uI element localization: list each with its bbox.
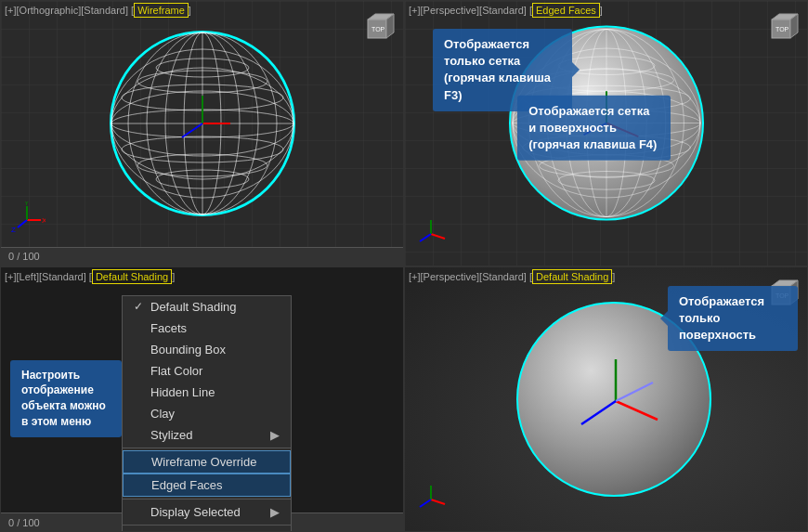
svg-line-56	[616, 401, 658, 420]
menu-item-display-selected[interactable]: Display Selected▶	[123, 501, 291, 523]
svg-line-64	[431, 500, 445, 504]
viewport-header-tl[interactable]: [+][Orthographic][Standard] [Wireframe]	[5, 5, 191, 16]
menu-item-edged-faces[interactable]: Edged Faces	[123, 474, 291, 497]
callout-top-text: Отображается только сетка (горячая клави…	[444, 37, 551, 102]
viewport-info-bl: [+][Left][Standard]	[5, 271, 86, 282]
menu-item-facets[interactable]: Facets	[123, 318, 291, 339]
viewport-header-bl[interactable]: [+][Left][Standard] [Default Shading]	[5, 271, 175, 282]
viewport-mode-tl[interactable]: Wireframe	[134, 3, 189, 18]
pagination-bl: 0 / 100	[8, 517, 40, 528]
menu-label: Display Selected	[150, 505, 241, 519]
svg-text:Z: Z	[11, 226, 16, 234]
menu-item-hidden-line[interactable]: Hidden Line	[123, 382, 291, 403]
viewport-top-left[interactable]: [+][Orthographic][Standard] [Wireframe] …	[0, 0, 404, 266]
menu-label: Stylized	[150, 428, 193, 442]
axes-tl: X Y Z	[8, 201, 46, 242]
menu-label: Flat Color	[150, 364, 202, 378]
menu-label: Clay	[150, 407, 175, 421]
context-menu[interactable]: ✓Default Shading Facets Bounding Box Fla…	[122, 295, 292, 533]
viewport-mode-bl[interactable]: Default Shading	[92, 269, 172, 284]
viewport-mode-tr[interactable]: Edged Faces	[532, 3, 600, 18]
menu-item-bounding-box[interactable]: Bounding Box	[123, 339, 291, 360]
viewport-header-tr[interactable]: [+][Perspective][Standard] [Edged Faces]	[409, 5, 603, 16]
viewport-info-tl: [+][Orthographic][Standard]	[5, 5, 128, 16]
menu-label: Wireframe Override	[151, 455, 256, 469]
menu-item-flat-color[interactable]: Flat Color	[123, 360, 291, 382]
axes-br	[412, 481, 450, 522]
svg-text:TOP: TOP	[371, 26, 385, 32]
menu-checkmark: ✓	[134, 300, 145, 313]
submenu-arrow-icon: ▶	[270, 505, 280, 519]
menu-label: Hidden Line	[150, 385, 215, 399]
viewport-header-br[interactable]: [+][Perspective][Standard] [Default Shad…	[409, 271, 615, 282]
axes-tr	[412, 215, 450, 256]
svg-line-53	[431, 234, 445, 239]
callout-bottom-right: Отображается только поверхность	[668, 286, 798, 352]
orient-cube-svg-tl: TOP	[360, 6, 397, 44]
menu-label: Facets	[150, 321, 187, 335]
svg-text:X: X	[42, 216, 46, 225]
wireframe-svg	[110, 31, 295, 216]
menu-label: Edged Faces	[151, 478, 223, 492]
svg-text:TOP: TOP	[775, 26, 789, 32]
callout-bl-text: Настроить отображение объекта можно в эт…	[21, 369, 106, 428]
menu-item-viewport-background[interactable]: Viewport Background▶	[123, 527, 291, 533]
pagination-tl: 0 / 100	[8, 251, 40, 262]
svg-line-66	[420, 500, 431, 507]
svg-line-58	[616, 383, 653, 401]
orient-cube-tl[interactable]: TOP	[360, 6, 397, 44]
callout-br-text: Отображается только поверхность	[679, 294, 764, 342]
viewport-bottom-left[interactable]: [+][Left][Standard] [Default Shading] На…	[0, 266, 404, 533]
viewport-info-tr: [+][Perspective][Standard]	[409, 5, 527, 16]
callout-bottom-left: Настроить отображение объекта можно в эт…	[10, 360, 122, 437]
viewport-mode-br[interactable]: Default Shading	[532, 269, 612, 284]
submenu-arrow-icon: ▶	[270, 428, 280, 442]
orient-cube-svg-tr: TOP	[764, 6, 801, 44]
viewport-top-right[interactable]: [+][Perspective][Standard] [Edged Faces]	[404, 0, 808, 266]
menu-separator	[123, 499, 291, 500]
svg-line-26	[18, 220, 27, 227]
menu-separator	[123, 525, 291, 526]
menu-item-wireframe-override[interactable]: Wireframe Override	[123, 450, 291, 474]
menu-label: Default Shading	[150, 300, 237, 314]
callout-middle: Отображается сетка и поверхность (горяча…	[517, 95, 671, 161]
svg-line-59	[581, 401, 616, 424]
main-container: [+][Orthographic][Standard] [Wireframe] …	[0, 0, 808, 532]
callout-middle-text: Отображается сетка и поверхность (горяча…	[528, 103, 657, 150]
orient-cube-tr[interactable]: TOP	[764, 6, 801, 44]
bottom-bar-tl: 0 / 100	[1, 247, 403, 266]
menu-label: Bounding Box	[150, 343, 226, 357]
menu-item-default-shading[interactable]: ✓Default Shading	[123, 296, 291, 318]
menu-item-clay[interactable]: Clay	[123, 403, 291, 424]
svg-line-19	[182, 123, 202, 137]
menu-separator	[123, 448, 291, 448]
viewport-info-br: [+][Perspective][Standard]	[409, 271, 527, 282]
menu-item-stylized[interactable]: Stylized▶	[123, 424, 291, 446]
viewport-bottom-right[interactable]: [+][Perspective][Standard] [Default Shad…	[404, 266, 808, 533]
wireframe-sphere	[110, 31, 295, 216]
wireframe-sphere-container	[110, 31, 295, 216]
svg-text:Y: Y	[24, 201, 30, 207]
svg-line-55	[420, 234, 431, 241]
